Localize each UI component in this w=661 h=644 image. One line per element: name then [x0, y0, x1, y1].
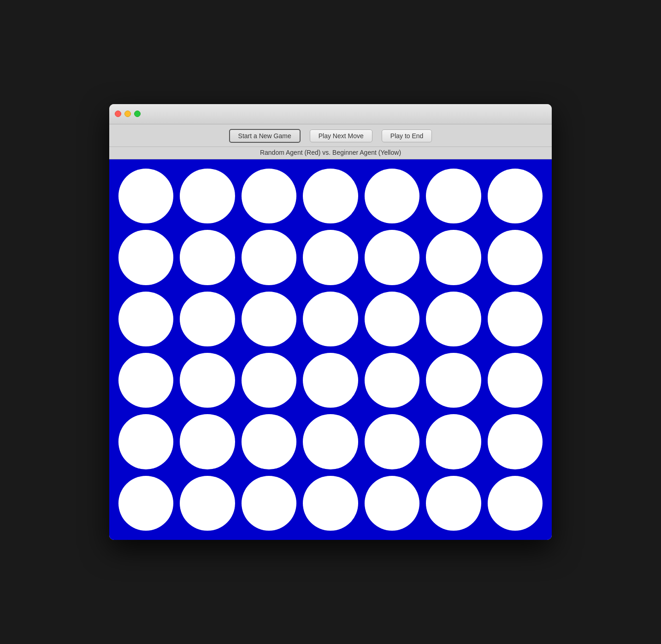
cell-0-0[interactable] [118, 169, 173, 223]
cell-5-6[interactable] [488, 476, 543, 531]
maximize-button[interactable] [134, 111, 141, 117]
cell-0-4[interactable] [365, 169, 419, 223]
toolbar: Start a New Game Play Next Move Play to … [109, 124, 552, 147]
app-window: Start a New Game Play Next Move Play to … [109, 104, 552, 540]
play-next-move-button[interactable]: Play Next Move [310, 129, 372, 142]
cell-0-5[interactable] [426, 169, 481, 223]
cell-3-5[interactable] [426, 353, 481, 408]
cell-4-6[interactable] [488, 414, 543, 469]
title-bar [109, 104, 552, 124]
cell-1-6[interactable] [488, 230, 543, 285]
cell-0-3[interactable] [303, 169, 358, 223]
cell-1-2[interactable] [242, 230, 296, 285]
cell-3-4[interactable] [365, 353, 419, 408]
start-new-game-button[interactable]: Start a New Game [229, 129, 301, 143]
cell-2-3[interactable] [303, 292, 358, 346]
cell-0-6[interactable] [488, 169, 543, 223]
cell-5-3[interactable] [303, 476, 358, 531]
cell-1-3[interactable] [303, 230, 358, 285]
cell-4-4[interactable] [365, 414, 419, 469]
cell-4-2[interactable] [242, 414, 296, 469]
cell-3-6[interactable] [488, 353, 543, 408]
cell-5-5[interactable] [426, 476, 481, 531]
cell-2-5[interactable] [426, 292, 481, 346]
cell-1-1[interactable] [180, 230, 235, 285]
cell-1-4[interactable] [365, 230, 419, 285]
cell-5-2[interactable] [242, 476, 296, 531]
cell-4-1[interactable] [180, 414, 235, 469]
status-text: Random Agent (Red) vs. Beginner Agent (Y… [260, 149, 401, 156]
board-container [109, 159, 552, 540]
cell-3-0[interactable] [118, 353, 173, 408]
minimize-button[interactable] [124, 111, 131, 117]
cell-2-4[interactable] [365, 292, 419, 346]
cell-4-3[interactable] [303, 414, 358, 469]
cell-4-5[interactable] [426, 414, 481, 469]
cell-1-0[interactable] [118, 230, 173, 285]
cell-2-0[interactable] [118, 292, 173, 346]
close-button[interactable] [115, 111, 121, 117]
play-to-end-button[interactable]: Play to End [382, 129, 432, 142]
cell-5-4[interactable] [365, 476, 419, 531]
cell-2-6[interactable] [488, 292, 543, 346]
cell-4-0[interactable] [118, 414, 173, 469]
cell-3-3[interactable] [303, 353, 358, 408]
cell-3-2[interactable] [242, 353, 296, 408]
cell-2-2[interactable] [242, 292, 296, 346]
cell-2-1[interactable] [180, 292, 235, 346]
game-board [118, 169, 543, 531]
status-bar: Random Agent (Red) vs. Beginner Agent (Y… [109, 147, 552, 159]
cell-0-1[interactable] [180, 169, 235, 223]
cell-5-1[interactable] [180, 476, 235, 531]
cell-0-2[interactable] [242, 169, 296, 223]
cell-1-5[interactable] [426, 230, 481, 285]
cell-5-0[interactable] [118, 476, 173, 531]
traffic-lights [115, 111, 141, 117]
cell-3-1[interactable] [180, 353, 235, 408]
